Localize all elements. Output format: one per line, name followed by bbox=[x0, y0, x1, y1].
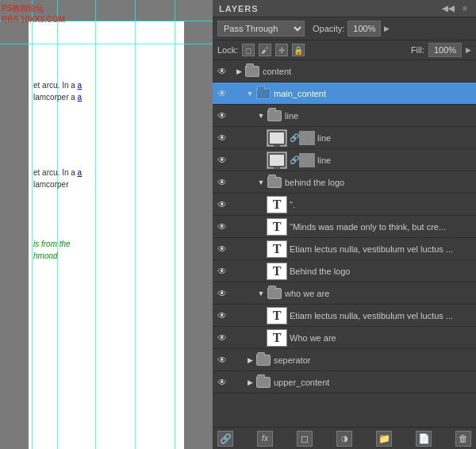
visibility-icon[interactable]: 👁 bbox=[214, 127, 230, 149]
layer-name: Etiam lectus nulla, vestibulum vel luctu… bbox=[290, 311, 474, 320]
text1-link2: a bbox=[78, 93, 83, 102]
layer-row[interactable]: 👁 🔗 line bbox=[213, 127, 476, 149]
layer-name: Behind the logo bbox=[290, 267, 474, 276]
layer-row[interactable]: 👁 T Behind the logo bbox=[213, 260, 476, 282]
text2-line1: et arcu. In a bbox=[33, 168, 75, 177]
visibility-icon[interactable]: 👁 bbox=[214, 216, 230, 238]
visibility-icon[interactable]: 👁 bbox=[214, 305, 230, 327]
blend-mode-select[interactable]: Pass Through bbox=[217, 21, 305, 36]
layer-row[interactable]: 👁 T Etiam lectus nulla, vestibulum vel l… bbox=[213, 305, 476, 327]
layer-name: seperator bbox=[274, 355, 474, 365]
canvas-text-block3: is from the hmond bbox=[33, 238, 71, 262]
layer-row[interactable]: 👁 🔗 line bbox=[213, 149, 476, 171]
fill-label: Fill: bbox=[411, 45, 424, 55]
layer-name: content bbox=[263, 67, 474, 76]
lock-all-btn[interactable]: 🔒 bbox=[292, 44, 305, 56]
toolbar-row1: Pass Through Opacity: ▶ bbox=[213, 17, 476, 40]
layer-adjustment-btn[interactable]: ◑ bbox=[336, 431, 352, 447]
layer-row[interactable]: 👁 ▶ content bbox=[213, 60, 476, 83]
layer-name: behind the logo bbox=[285, 178, 474, 187]
layer-thumbnail bbox=[267, 129, 287, 147]
opacity-arrow[interactable]: ▶ bbox=[384, 25, 390, 33]
layer-name: line bbox=[317, 133, 474, 143]
panel-header: LAYERS ◀◀ ≡ bbox=[213, 0, 476, 17]
layer-row[interactable]: 👁 ▼ main_content bbox=[213, 83, 476, 105]
opacity-label: Opacity: bbox=[313, 24, 344, 33]
layer-thumbnail: T bbox=[267, 196, 287, 213]
layer-row[interactable]: 👁 T Who we are bbox=[213, 327, 476, 349]
panel-bottom-toolbar: 🔗 fx ◻ ◑ 📁 📄 🗑 bbox=[213, 427, 476, 449]
fill-arrow[interactable]: ▶ bbox=[466, 46, 471, 54]
folder-icon bbox=[267, 286, 282, 301]
panel-header-controls: ◀◀ ≡ bbox=[440, 4, 470, 13]
text3-line1: is from the bbox=[33, 238, 71, 250]
canvas-text-block1: et arcu. In a a lamcorper a a bbox=[33, 79, 82, 103]
visibility-icon[interactable]: 👁 bbox=[214, 371, 230, 393]
text2-link: a bbox=[78, 168, 83, 177]
layer-group-btn[interactable]: 📁 bbox=[376, 431, 392, 447]
layer-row[interactable]: 👁 T ". bbox=[213, 194, 476, 216]
layer-row[interactable]: 👁 ▼ line bbox=[213, 105, 476, 127]
canvas-area: PS教程论坛 BBS.10XX3.COM et arcu. In a a lam… bbox=[0, 0, 213, 449]
visibility-icon[interactable]: 👁 bbox=[214, 60, 230, 83]
expand-triangle[interactable]: ▼ bbox=[255, 171, 267, 194]
layer-delete-btn[interactable]: 🗑 bbox=[455, 431, 471, 447]
lock-move-btn[interactable]: ✛ bbox=[275, 44, 288, 56]
visibility-icon[interactable]: 👁 bbox=[214, 194, 230, 216]
text1-line1: et arcu. In a bbox=[33, 81, 75, 90]
panel-title: LAYERS bbox=[219, 4, 259, 13]
expand-triangle[interactable]: ▶ bbox=[233, 60, 244, 83]
layers-panel: LAYERS ◀◀ ≡ Pass Through Opacity: ▶ Lock… bbox=[213, 0, 476, 449]
visibility-icon[interactable]: 👁 bbox=[214, 105, 230, 127]
lock-paint-btn[interactable]: 🖌 bbox=[259, 44, 271, 56]
link-chain-icon: 🔗 bbox=[290, 152, 299, 169]
layer-row[interactable]: 👁 ▶ upper_content bbox=[213, 371, 476, 393]
canvas-text-block2: et arcu. In a a lamcorper bbox=[33, 167, 82, 190]
visibility-icon[interactable]: 👁 bbox=[214, 260, 230, 282]
layer-name: upper_content bbox=[274, 378, 474, 387]
layer-row[interactable]: 👁 ▼ behind the logo bbox=[213, 171, 476, 194]
watermark: PS教程论坛 BBS.10XX3.COM bbox=[2, 3, 65, 25]
layer-thumbnail bbox=[267, 152, 287, 169]
layer-mask-thumbnail bbox=[299, 131, 315, 145]
layer-row[interactable]: 👁 ▶ seperator bbox=[213, 349, 476, 371]
layer-thumbnail: T bbox=[267, 307, 287, 324]
opacity-input[interactable] bbox=[347, 21, 381, 36]
layer-row[interactable]: 👁 T "Minds was made only to think, but c… bbox=[213, 216, 476, 238]
expand-triangle[interactable]: ▼ bbox=[255, 282, 267, 305]
visibility-icon[interactable]: 👁 bbox=[214, 149, 230, 171]
expand-triangle[interactable]: ▶ bbox=[244, 349, 255, 371]
expand-triangle[interactable]: ▼ bbox=[255, 105, 267, 127]
lock-label: Lock: bbox=[217, 45, 238, 55]
layer-new-btn[interactable]: 📄 bbox=[416, 431, 432, 447]
visibility-icon[interactable]: 👁 bbox=[214, 282, 230, 305]
layer-name: line bbox=[285, 111, 474, 121]
visibility-icon[interactable]: 👁 bbox=[214, 83, 230, 105]
panel-menu-btn[interactable]: ≡ bbox=[460, 4, 470, 13]
lock-pixel-btn[interactable]: ◻ bbox=[242, 44, 255, 56]
layer-name: who we are bbox=[285, 289, 474, 298]
layer-link-btn[interactable]: 🔗 bbox=[217, 431, 233, 447]
visibility-icon[interactable]: 👁 bbox=[214, 171, 230, 194]
layer-name: Etiam lectus nulla, vestibulum vel luctu… bbox=[290, 244, 474, 254]
text3-line2: hmond bbox=[33, 250, 71, 262]
folder-icon bbox=[255, 86, 271, 102]
visibility-icon[interactable]: 👁 bbox=[214, 349, 230, 371]
visibility-icon[interactable]: 👁 bbox=[214, 238, 230, 260]
expand-triangle[interactable]: ▶ bbox=[244, 371, 255, 393]
fill-input[interactable] bbox=[428, 43, 462, 57]
layer-fx-btn[interactable]: fx bbox=[257, 431, 273, 447]
panel-collapse-btn[interactable]: ◀◀ bbox=[440, 4, 457, 13]
link-chain-icon: 🔗 bbox=[290, 129, 299, 147]
layer-mask-btn[interactable]: ◻ bbox=[297, 431, 313, 447]
expand-triangle[interactable]: ▼ bbox=[244, 83, 255, 105]
layer-row[interactable]: 👁 ▼ who we are bbox=[213, 282, 476, 305]
layer-thumbnail: T bbox=[267, 218, 287, 236]
visibility-icon[interactable]: 👁 bbox=[214, 327, 230, 349]
layer-name: line bbox=[317, 155, 474, 165]
folder-icon bbox=[255, 352, 271, 368]
layer-row[interactable]: 👁 T Etiam lectus nulla, vestibulum vel l… bbox=[213, 238, 476, 260]
text2-line2: lamcorper bbox=[33, 178, 82, 190]
layer-name: main_content bbox=[274, 89, 474, 98]
text1-line2: lamcorper a bbox=[33, 93, 75, 102]
